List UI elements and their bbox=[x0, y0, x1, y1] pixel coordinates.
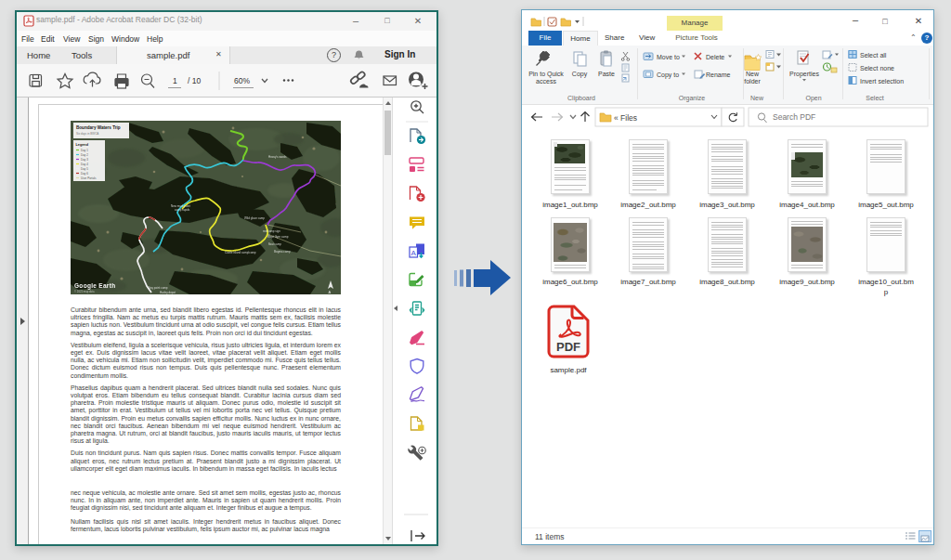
svg-text:Delete: Delete bbox=[706, 54, 724, 60]
svg-text:folder: folder bbox=[744, 78, 761, 85]
svg-text:PDF: PDF bbox=[556, 340, 580, 354]
svg-text:Select none: Select none bbox=[860, 65, 894, 72]
svg-text:Select: Select bbox=[866, 95, 884, 101]
svg-text:Pin to Quick: Pin to Quick bbox=[528, 71, 564, 78]
svg-text:access: access bbox=[536, 78, 556, 85]
svg-text:New: New bbox=[750, 95, 764, 101]
svg-text:Select all: Select all bbox=[860, 52, 887, 59]
svg-text:Move to: Move to bbox=[657, 54, 680, 60]
svg-text:« Files: « Files bbox=[614, 113, 637, 123]
svg-text:New: New bbox=[746, 71, 760, 77]
svg-text:Clipboard: Clipboard bbox=[567, 95, 595, 102]
svg-text:Rename: Rename bbox=[706, 72, 731, 78]
svg-text:Paste: Paste bbox=[598, 71, 615, 77]
svg-text:Organize: Organize bbox=[679, 95, 706, 102]
svg-text:Copy to: Copy to bbox=[657, 72, 679, 79]
svg-text:Open: Open bbox=[805, 95, 821, 102]
svg-text:Invert selection: Invert selection bbox=[860, 78, 904, 85]
svg-text:Search PDF: Search PDF bbox=[773, 112, 815, 122]
svg-text:Properties: Properties bbox=[789, 71, 819, 78]
svg-text:Copy: Copy bbox=[572, 71, 588, 78]
